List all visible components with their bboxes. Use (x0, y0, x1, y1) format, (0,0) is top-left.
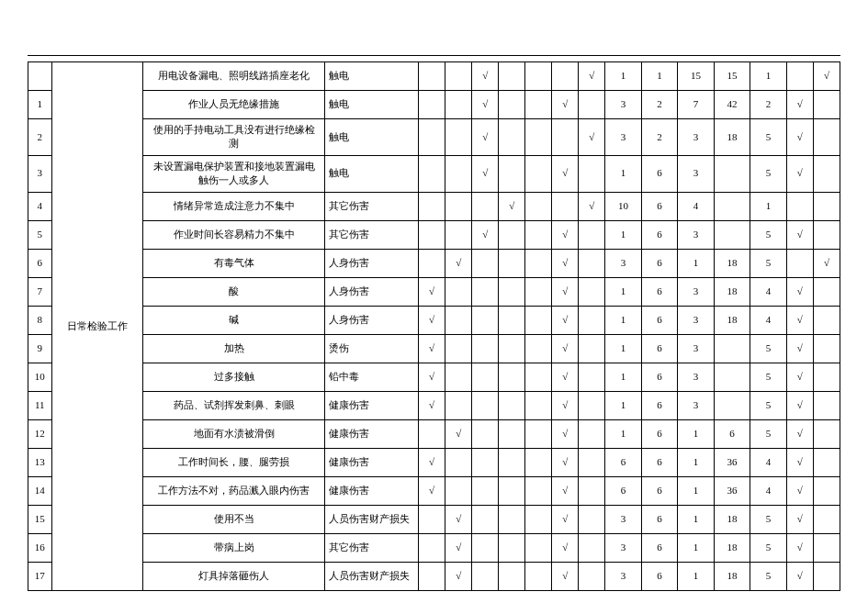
table-row: 10过多接触铅中毒√√1635√ (28, 363, 840, 391)
cell-chk9 (813, 363, 840, 391)
cell-idx: 16 (28, 533, 52, 562)
cell-chk9 (813, 448, 840, 476)
cell-n3: 1 (678, 533, 714, 562)
cell-chk9 (813, 391, 840, 419)
cell-n4 (714, 192, 750, 220)
cell-chk4 (499, 155, 525, 192)
cell-n3: 3 (678, 306, 714, 334)
cell-chk3 (472, 249, 499, 277)
cell-desc: 碱 (143, 306, 324, 334)
cell-chk7: √ (579, 119, 605, 156)
cell-n1: 3 (605, 119, 641, 156)
cell-n1: 1 (605, 62, 641, 91)
cell-chk9: √ (813, 249, 840, 277)
cell-n5: 1 (750, 62, 786, 91)
cell-chk2: √ (445, 419, 472, 448)
cell-chk4 (499, 277, 525, 306)
cell-n5: 4 (750, 448, 786, 476)
table-row: 1作业人员无绝缘措施触电√√327422√ (28, 91, 840, 119)
cell-chk8: √ (786, 306, 813, 334)
cell-chk7 (579, 155, 605, 192)
cell-n4: 6 (714, 419, 750, 448)
cell-n1: 6 (605, 476, 641, 505)
cell-chk8: √ (786, 391, 813, 419)
cell-n1: 6 (605, 448, 641, 476)
cell-chk8 (786, 62, 813, 91)
cell-chk4 (499, 533, 525, 562)
cell-chk3: √ (472, 220, 499, 249)
cell-chk9 (813, 306, 840, 334)
cell-chk6: √ (552, 533, 579, 562)
cell-chk2 (445, 363, 472, 391)
cell-n5: 4 (750, 476, 786, 505)
cell-desc: 作业时间长容易精力不集中 (143, 220, 324, 249)
cell-chk7: √ (579, 62, 605, 91)
cell-chk3 (472, 391, 499, 419)
cell-chk9 (813, 419, 840, 448)
cell-chk5 (525, 91, 552, 119)
cell-idx: 1 (28, 91, 52, 119)
cell-chk2 (445, 91, 472, 119)
cell-n5: 5 (750, 249, 786, 277)
cell-n2: 6 (641, 448, 677, 476)
cell-n4 (714, 334, 750, 363)
cell-chk4 (499, 391, 525, 419)
cell-n2: 6 (641, 192, 677, 220)
cell-chk1 (419, 62, 445, 91)
cell-chk7 (579, 533, 605, 562)
cell-chk3 (472, 448, 499, 476)
cell-idx: 15 (28, 505, 52, 533)
cell-type: 健康伤害 (324, 448, 418, 476)
cell-chk8: √ (786, 277, 813, 306)
cell-chk8: √ (786, 91, 813, 119)
cell-desc: 工作时间长，腰、腿劳损 (143, 448, 324, 476)
cell-desc: 用电设备漏电、照明线路插座老化 (143, 62, 324, 91)
cell-idx: 7 (28, 277, 52, 306)
cell-n2: 6 (641, 562, 677, 590)
cell-chk4 (499, 448, 525, 476)
cell-desc: 地面有水渍被滑倒 (143, 419, 324, 448)
cell-idx: 14 (28, 476, 52, 505)
cell-n2: 6 (641, 249, 677, 277)
cell-n4: 18 (714, 562, 750, 590)
cell-chk4 (499, 306, 525, 334)
cell-type: 人员伤害财产损失 (324, 505, 418, 533)
cell-chk1 (419, 220, 445, 249)
cell-chk7 (579, 562, 605, 590)
cell-n2: 6 (641, 220, 677, 249)
cell-chk7 (579, 363, 605, 391)
cell-chk5 (525, 192, 552, 220)
cell-n2: 2 (641, 91, 677, 119)
cell-chk9 (813, 476, 840, 505)
table-row: 3未设置漏电保护装置和接地装置漏电触伤一人或多人触电√√1635√ (28, 155, 840, 192)
cell-chk3 (472, 334, 499, 363)
cell-type: 触电 (324, 119, 418, 156)
cell-chk8: √ (786, 505, 813, 533)
cell-chk1: √ (419, 277, 445, 306)
cell-chk7 (579, 220, 605, 249)
table-row: 14工作方法不对，药品溅入眼内伤害健康伤害√√661364√ (28, 476, 840, 505)
cell-chk5 (525, 249, 552, 277)
table-row: 17灯具掉落砸伤人人员伤害财产损失√√361185√ (28, 562, 840, 590)
cell-idx: 17 (28, 562, 52, 590)
cell-n1: 3 (605, 562, 641, 590)
cell-n2: 6 (641, 533, 677, 562)
cell-n4: 18 (714, 249, 750, 277)
cell-n4: 18 (714, 306, 750, 334)
cell-chk8: √ (786, 419, 813, 448)
cell-chk7 (579, 476, 605, 505)
cell-n1: 3 (605, 91, 641, 119)
cell-chk1 (419, 119, 445, 156)
cell-type: 其它伤害 (324, 533, 418, 562)
cell-chk5 (525, 155, 552, 192)
cell-chk2 (445, 192, 472, 220)
cell-chk2: √ (445, 249, 472, 277)
cell-n2: 6 (641, 419, 677, 448)
cell-n1: 1 (605, 391, 641, 419)
cell-n3: 1 (678, 448, 714, 476)
cell-chk7 (579, 419, 605, 448)
cell-chk6: √ (552, 249, 579, 277)
cell-chk8: √ (786, 448, 813, 476)
cell-n3: 3 (678, 391, 714, 419)
cell-chk6: √ (552, 419, 579, 448)
